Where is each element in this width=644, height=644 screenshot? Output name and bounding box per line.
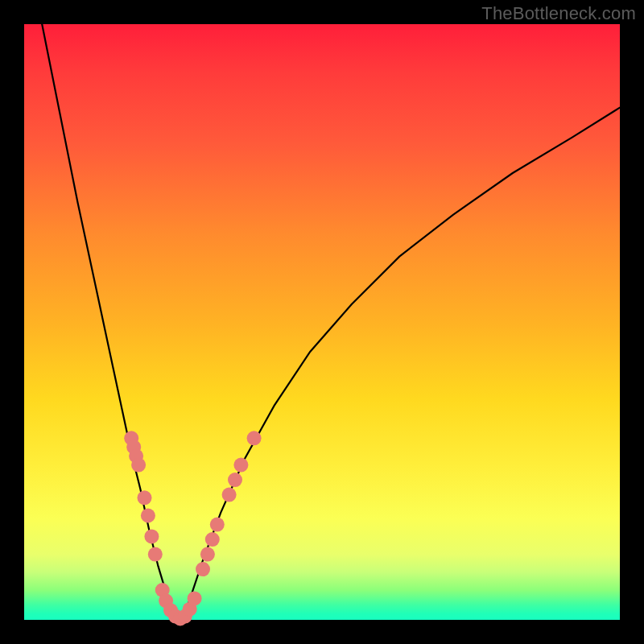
- data-point: [196, 562, 210, 576]
- watermark-text: TheBottleneck.com: [481, 3, 636, 24]
- chart-svg: [24, 24, 620, 620]
- data-point: [247, 431, 262, 445]
- data-point: [205, 532, 220, 547]
- data-point: [138, 490, 152, 505]
- data-point: [200, 547, 215, 562]
- data-point: [210, 518, 225, 532]
- data-point: [144, 529, 159, 543]
- data-point: [131, 458, 146, 473]
- data-point: [141, 509, 155, 523]
- data-point: [222, 488, 237, 502]
- data-points: [124, 431, 261, 625]
- chart-plot-area: [24, 24, 620, 620]
- data-point: [228, 473, 242, 487]
- chart-frame: TheBottleneck.com: [0, 0, 644, 644]
- data-point: [188, 591, 202, 605]
- data-point: [148, 547, 163, 562]
- bottleneck-curve: [42, 24, 620, 620]
- data-point: [233, 458, 248, 473]
